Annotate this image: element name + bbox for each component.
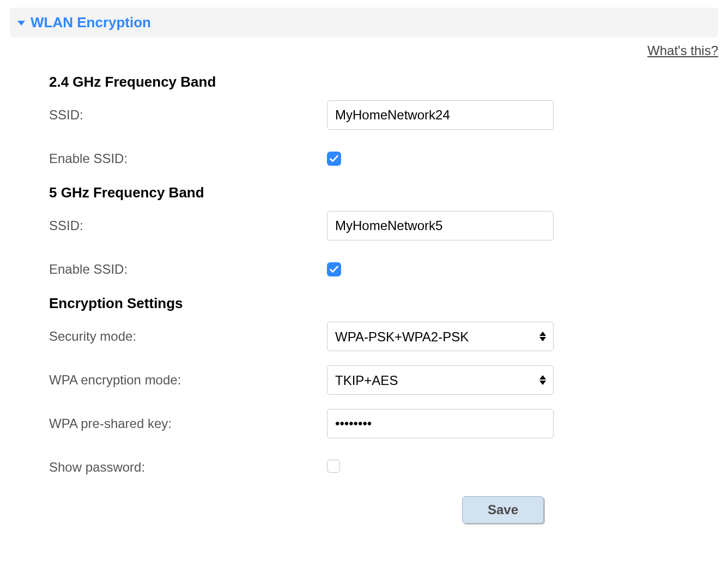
- label-ssid-24: SSID:: [49, 107, 327, 123]
- security-mode-select[interactable]: WPA-PSK+WPA2-PSK: [327, 322, 554, 351]
- disclosure-triangle-icon: [17, 21, 25, 26]
- whats-this-link[interactable]: What's this?: [647, 43, 718, 58]
- save-button[interactable]: Save: [462, 496, 544, 523]
- wlan-encryption-page: WLAN Encryption What's this? 2.4 GHz Fre…: [0, 0, 728, 545]
- psk-input[interactable]: [327, 409, 554, 438]
- label-enable-ssid-5: Enable SSID:: [49, 262, 327, 277]
- label-ssid-5: SSID:: [49, 218, 327, 233]
- row-psk: WPA pre-shared key:: [49, 409, 718, 438]
- row-wpa-mode: WPA encryption mode: TKIP+AES: [49, 365, 718, 395]
- checkmark-icon: [330, 266, 338, 273]
- section-heading-5ghz: 5 GHz Frequency Band: [49, 184, 718, 201]
- label-psk: WPA pre-shared key:: [49, 416, 327, 431]
- row-ssid-24: SSID:: [49, 100, 718, 130]
- label-enable-ssid-24: Enable SSID:: [49, 151, 327, 166]
- row-enable-ssid-5: Enable SSID:: [49, 255, 718, 284]
- ssid-24-input[interactable]: [327, 100, 554, 130]
- row-ssid-5: SSID:: [49, 211, 718, 240]
- enable-ssid-24-checkbox[interactable]: [327, 152, 341, 166]
- panel-content: 2.4 GHz Frequency Band SSID: Enable SSID…: [10, 61, 718, 523]
- button-row: Save: [49, 496, 718, 523]
- row-enable-ssid-24: Enable SSID:: [49, 144, 718, 173]
- label-security-mode: Security mode:: [49, 329, 327, 344]
- show-password-checkbox[interactable]: [327, 460, 340, 473]
- ssid-5-input[interactable]: [327, 211, 554, 240]
- row-show-password: Show password:: [49, 453, 718, 482]
- section-heading-encryption: Encryption Settings: [49, 295, 718, 312]
- enable-ssid-5-checkbox[interactable]: [327, 262, 341, 276]
- panel-header[interactable]: WLAN Encryption: [10, 8, 718, 38]
- label-wpa-mode: WPA encryption mode:: [49, 372, 327, 388]
- panel-title: WLAN Encryption: [31, 14, 151, 31]
- wpa-mode-select[interactable]: TKIP+AES: [327, 365, 554, 395]
- row-security-mode: Security mode: WPA-PSK+WPA2-PSK: [49, 322, 718, 351]
- section-heading-24ghz: 2.4 GHz Frequency Band: [49, 74, 718, 91]
- help-row: What's this?: [10, 38, 718, 61]
- checkmark-icon: [330, 155, 338, 162]
- label-show-password: Show password:: [49, 460, 327, 475]
